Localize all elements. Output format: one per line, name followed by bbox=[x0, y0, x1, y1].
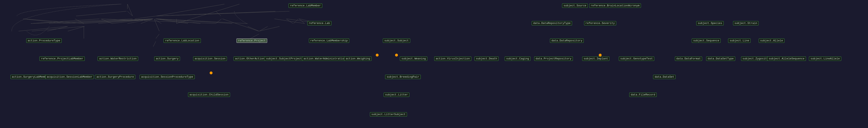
svg-line-38 bbox=[157, 11, 289, 16]
graph-node-reference-BrainLocationAcronym[interactable]: reference.BrainLocationAcronym bbox=[589, 3, 641, 8]
graph-node-action-OtherAction[interactable]: action.OtherAction bbox=[234, 56, 266, 61]
graph-node-subject-BreedingPair[interactable]: subject.BreedingPair bbox=[385, 75, 421, 79]
graph-node-acquisition-SessionLabMember[interactable]: acquisition.SessionLabMember bbox=[45, 75, 94, 79]
graph-node-subject-Death[interactable]: subject.Death bbox=[474, 56, 499, 61]
graph-node-subject-Species[interactable]: subject.Species bbox=[696, 21, 724, 26]
graph-node-acquisition-ChildSession[interactable]: acquisition.ChildSession bbox=[188, 93, 230, 97]
graph-node-subject-Zygosity[interactable]: subject.Zygosity bbox=[741, 56, 770, 61]
graph-node-subject-Sequence[interactable]: subject.Sequence bbox=[692, 39, 721, 43]
graph-node-action-WaterRestriction[interactable]: action.WaterRestriction bbox=[98, 56, 138, 61]
svg-line-5 bbox=[135, 16, 156, 19]
svg-line-1 bbox=[127, 4, 132, 16]
graph-node-data-DataRepository[interactable]: data.DataRepository bbox=[550, 39, 584, 43]
graph-node-acquisition-Session[interactable]: acquisition.Session bbox=[193, 56, 227, 61]
graph-node-subject-Weaning[interactable]: subject.Weaning bbox=[400, 56, 427, 61]
svg-line-48 bbox=[157, 4, 224, 16]
graph-canvas: reference.LabMembersubject.Sourcereferen… bbox=[0, 0, 868, 128]
graph-node-subject-LineAllele[interactable]: subject.LineAllele bbox=[809, 56, 841, 61]
graph-node-reference-Project[interactable]: reference.Project bbox=[237, 39, 267, 43]
svg-line-25 bbox=[19, 27, 67, 31]
graph-node-reference-LabMembership[interactable]: reference.LabMembership bbox=[309, 39, 349, 43]
svg-line-44 bbox=[274, 19, 305, 24]
graph-node-reference-LabMember[interactable]: reference.LabMember bbox=[288, 3, 322, 8]
graph-node-data-FileRecord[interactable]: data.FileRecord bbox=[629, 93, 657, 97]
svg-line-46 bbox=[259, 27, 268, 31]
graph-node-subject-Allele[interactable]: subject.Allele bbox=[758, 39, 784, 43]
svg-line-34 bbox=[259, 27, 280, 31]
graph-node-reference-LabLocation[interactable]: reference.LabLocation bbox=[164, 39, 200, 43]
graph-node-subject-GenotypeTest[interactable]: subject.GenotypeTest bbox=[619, 56, 654, 61]
graph-node-subject-Subject[interactable]: subject.Subject bbox=[383, 39, 410, 43]
svg-line-33 bbox=[222, 19, 258, 31]
orange-indicator bbox=[599, 54, 601, 56]
graph-node-data-DataSet[interactable]: data.DataSet bbox=[653, 75, 676, 79]
graph-node-acquisition-SessionProcedureType[interactable]: acquisition.SessionProcedureType bbox=[140, 75, 195, 79]
svg-line-42 bbox=[293, 19, 299, 24]
svg-line-31 bbox=[153, 41, 156, 47]
svg-line-3 bbox=[127, 11, 132, 16]
graph-node-action-ProcedureType[interactable]: action.ProcedureType bbox=[26, 39, 62, 43]
svg-line-47 bbox=[176, 19, 177, 24]
svg-line-24 bbox=[24, 19, 84, 24]
graph-node-subject-Litter[interactable]: subject.Litter bbox=[384, 93, 409, 97]
svg-line-45 bbox=[248, 27, 259, 31]
svg-line-35 bbox=[250, 34, 259, 39]
graph-node-data-DataSetType[interactable]: data.DataSetType bbox=[706, 56, 735, 61]
graph-node-subject-AlleleSequence[interactable]: subject.AlleleSequence bbox=[767, 56, 806, 61]
svg-line-30 bbox=[156, 34, 159, 39]
graph-node-subject-Line[interactable]: subject.Line bbox=[728, 39, 751, 43]
graph-node-data-ProjectRepository[interactable]: data.ProjectRepository bbox=[534, 56, 573, 61]
svg-line-2 bbox=[76, 11, 126, 16]
graph-node-subject-LitterSubject[interactable]: subject.LitterSubject bbox=[370, 112, 407, 117]
graph-node-reference-Lab[interactable]: reference.Lab bbox=[307, 21, 331, 26]
graph-node-action-VirusInjection[interactable]: action.VirusInjection bbox=[434, 56, 471, 61]
graph-node-reference-ProjectLabMember[interactable]: reference.ProjectLabMember bbox=[39, 56, 85, 61]
graph-node-action-Surgery[interactable]: action.Surgery bbox=[154, 56, 180, 61]
graph-node-action-Weighing[interactable]: action.Weighing bbox=[344, 56, 372, 61]
graph-node-subject-Caging[interactable]: subject.Caging bbox=[505, 56, 530, 61]
graph-node-reference-Severity[interactable]: reference.Severity bbox=[584, 21, 616, 26]
orange-indicator bbox=[210, 72, 213, 74]
graph-node-data-DataRepositoryType[interactable]: data.DataRepositoryType bbox=[532, 21, 572, 26]
edges-layer bbox=[0, 0, 868, 128]
graph-node-subject-Implant[interactable]: subject.Implant bbox=[582, 56, 610, 61]
graph-node-action-WaterAdministration[interactable]: action.WaterAdministration bbox=[302, 56, 347, 61]
graph-node-data-DataFormat[interactable]: data.DataFormat bbox=[675, 56, 702, 61]
graph-node-action-SurgeryProcedure[interactable]: action.SurgeryProcedure bbox=[95, 75, 135, 79]
graph-node-subject-Strain[interactable]: subject.Strain bbox=[733, 21, 758, 26]
graph-node-subject-SubjectProject[interactable]: subject.SubjectProject bbox=[265, 56, 303, 61]
graph-node-action-SurgeryLabMember[interactable]: action.SurgeryLabMember bbox=[10, 75, 51, 79]
graph-node-subject-Source[interactable]: subject.Source bbox=[562, 3, 588, 8]
